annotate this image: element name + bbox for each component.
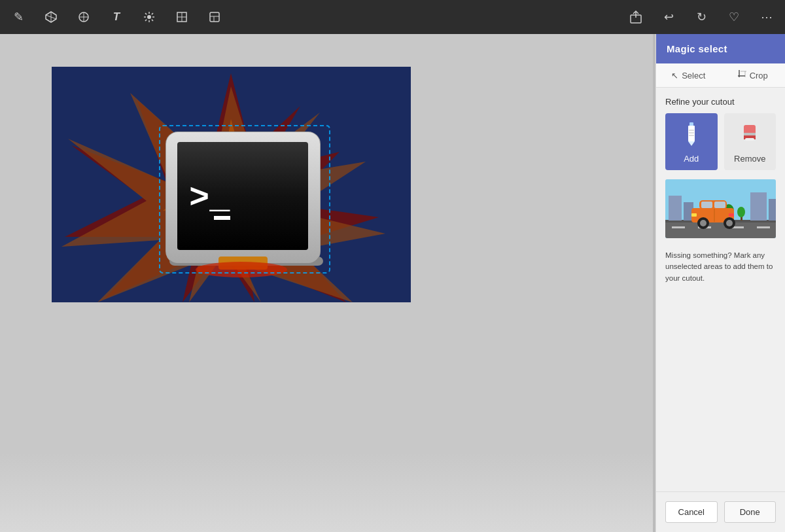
effects-icon[interactable]: [139, 7, 160, 27]
main-toolbar: ✎ T: [0, 0, 785, 34]
svg-rect-73: [691, 213, 697, 217]
text-icon[interactable]: T: [106, 7, 127, 27]
svg-rect-56: [757, 226, 770, 228]
svg-point-64: [737, 207, 745, 217]
3d-objects-icon[interactable]: [41, 7, 61, 27]
magic-select-sidebar: Magic select ↖ Select Crop Ref: [655, 34, 785, 532]
share-icon[interactable]: [625, 7, 646, 27]
select-tab-icon: ↖: [671, 71, 678, 80]
svg-rect-32: [214, 216, 230, 220]
svg-rect-67: [701, 202, 712, 208]
main-area: >_ Magic select ↖ Select: [0, 34, 785, 532]
svg-rect-41: [688, 126, 695, 141]
shapes-icon[interactable]: [73, 7, 94, 27]
crop-tab[interactable]: Crop: [721, 63, 786, 87]
canvas-area[interactable]: >_: [0, 34, 653, 532]
svg-point-70: [700, 220, 706, 226]
svg-point-34: [196, 262, 287, 277]
svg-marker-42: [688, 141, 695, 146]
svg-line-11: [145, 13, 147, 14]
remove-button-label: Remove: [734, 154, 765, 164]
canvas-icon[interactable]: [171, 7, 192, 27]
cancel-button[interactable]: Cancel: [665, 501, 718, 523]
remove-button[interactable]: Remove: [724, 113, 776, 170]
svg-line-14: [145, 20, 147, 21]
stickers-icon[interactable]: [204, 7, 225, 27]
svg-line-13: [152, 13, 153, 14]
refine-cutout-label: Refine your cutout: [656, 88, 785, 113]
svg-point-6: [147, 15, 151, 19]
svg-text:>_: >_: [189, 179, 230, 218]
svg-point-72: [726, 220, 733, 226]
svg-rect-49: [744, 133, 756, 135]
sidebar-header: Magic select: [656, 34, 785, 63]
svg-rect-74: [729, 213, 734, 217]
crop-tab-label: Crop: [750, 71, 768, 80]
svg-rect-60: [769, 199, 776, 221]
preview-image: [665, 179, 776, 238]
svg-rect-51: [665, 222, 776, 238]
svg-rect-57: [669, 196, 682, 221]
image-container: >_: [52, 67, 411, 302]
svg-line-12: [152, 20, 153, 21]
remove-eraser-icon: [740, 122, 759, 149]
more-icon[interactable]: ⋯: [756, 7, 777, 27]
pencil-icon[interactable]: ✎: [8, 7, 29, 27]
select-tab-label: Select: [682, 71, 705, 80]
sidebar-footer: Cancel Done: [656, 491, 785, 532]
cutout-buttons-container: Add Remove: [656, 113, 785, 179]
hint-text: Missing something? Mark any unselected a…: [656, 245, 785, 293]
add-button-label: Add: [684, 154, 699, 164]
svg-rect-48: [745, 138, 754, 141]
heart-icon[interactable]: ♡: [724, 7, 744, 27]
svg-rect-22: [633, 18, 638, 22]
svg-rect-59: [750, 192, 767, 221]
crop-tab-icon: [738, 70, 746, 80]
done-button[interactable]: Done: [724, 501, 776, 523]
svg-rect-18: [210, 12, 219, 22]
sidebar-tabs: ↖ Select Crop: [656, 63, 785, 88]
svg-rect-68: [714, 202, 725, 208]
add-pencil-icon: [682, 122, 701, 149]
redo-icon[interactable]: ↻: [691, 7, 712, 27]
select-tab[interactable]: ↖ Select: [656, 63, 721, 87]
add-button[interactable]: Add: [665, 113, 718, 170]
svg-rect-53: [672, 226, 685, 228]
undo-icon[interactable]: ↩: [658, 7, 679, 27]
